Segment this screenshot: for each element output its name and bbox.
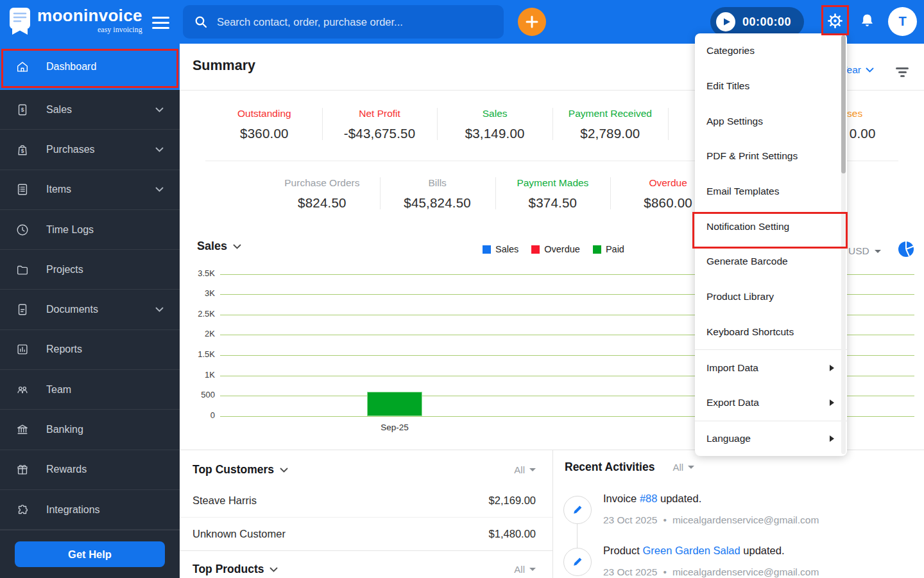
top-customers-panel: Top Customers All Steave Harris $2,169.0… bbox=[180, 450, 553, 578]
sidebar-item-purchases[interactable]: $ Purchases bbox=[0, 130, 180, 170]
add-new-button[interactable] bbox=[518, 8, 546, 36]
global-search[interactable] bbox=[183, 5, 504, 39]
customer-name: Unknown Customer bbox=[193, 528, 286, 540]
sidebar-item-banking[interactable]: Banking bbox=[0, 410, 180, 450]
sidebar-item-documents[interactable]: Documents bbox=[0, 290, 180, 329]
menu-item-edit-titles[interactable]: Edit Titles bbox=[695, 69, 847, 104]
customer-row[interactable]: Unknown Customer $1,480.00 bbox=[180, 517, 552, 550]
menu-scrollbar-thumb[interactable] bbox=[841, 35, 846, 173]
bar-chart-icon bbox=[15, 342, 30, 356]
settings-dropdown-menu: Categories Edit Titles App Settings PDF … bbox=[695, 33, 847, 456]
stat-label: Payment Mades bbox=[495, 177, 611, 189]
top-customers-title[interactable]: Top Customers bbox=[193, 463, 288, 477]
menu-item-import-data[interactable]: Import Data bbox=[695, 350, 847, 385]
sidebar-item-reports[interactable]: Reports bbox=[0, 330, 180, 370]
settings-gear-icon[interactable] bbox=[826, 12, 844, 30]
chevron-down-icon bbox=[155, 187, 164, 192]
stat-bills: Bills $45,824.50 bbox=[380, 172, 495, 211]
filter-icon[interactable] bbox=[896, 67, 909, 79]
home-icon bbox=[15, 60, 30, 74]
sidebar-item-label: Projects bbox=[46, 264, 83, 276]
sidebar-item-time-logs[interactable]: Time Logs bbox=[0, 210, 180, 250]
menu-item-email-templates[interactable]: Email Templates bbox=[695, 174, 847, 209]
stat-purchase-orders: Purchase Orders $824.50 bbox=[264, 172, 380, 211]
chevron-down-icon bbox=[280, 468, 288, 473]
recent-activities-panel: Recent Activities All Invoice #88 update… bbox=[553, 450, 924, 578]
stat-outstanding: Outstanding $360.00 bbox=[207, 103, 322, 141]
menu-item-product-library[interactable]: Product Library bbox=[695, 279, 847, 315]
sidebar-item-integrations[interactable]: Integrations bbox=[0, 490, 180, 530]
sidebar-item-label: Dashboard bbox=[46, 61, 96, 73]
menu-item-app-settings[interactable]: App Settings bbox=[695, 103, 847, 139]
stat-value: $3,149.00 bbox=[437, 126, 552, 141]
get-help-button[interactable]: Get Help bbox=[15, 541, 165, 567]
legend-label: Overdue bbox=[544, 244, 580, 254]
y-axis-tick: 2.5K bbox=[180, 309, 215, 319]
mooninvoice-logo-icon bbox=[9, 7, 31, 35]
legend-label: Paid bbox=[606, 244, 624, 254]
hamburger-menu-icon[interactable] bbox=[152, 17, 169, 32]
triangle-down-icon bbox=[875, 250, 881, 253]
activity-edit-icon[interactable] bbox=[563, 496, 592, 524]
menu-item-pdf-print-settings[interactable]: PDF & Print Settings bbox=[695, 139, 847, 174]
sidebar-item-dashboard[interactable]: Dashboard bbox=[0, 44, 180, 90]
stat-label: Purchase Orders bbox=[264, 177, 380, 189]
top-products-filter[interactable]: All bbox=[514, 564, 536, 575]
puzzle-icon bbox=[15, 503, 30, 517]
play-icon[interactable] bbox=[716, 12, 735, 31]
page-title: Summary bbox=[193, 58, 255, 74]
activity-email: micealgardenservice@gmail.com bbox=[672, 514, 819, 526]
shopping-bag-icon: $ bbox=[15, 143, 30, 157]
activity-meta: 23 Oct 2025 • micealgardenservice@gmail.… bbox=[603, 566, 819, 578]
sidebar-item-label: Items bbox=[46, 184, 71, 195]
notifications-bell-icon[interactable] bbox=[859, 12, 876, 30]
menu-item-notification-setting[interactable]: Notification Setting bbox=[695, 209, 847, 244]
chevron-down-icon bbox=[155, 307, 164, 312]
recent-activities-filter[interactable]: All bbox=[672, 462, 694, 473]
sidebar-item-label: Team bbox=[46, 384, 71, 396]
triangle-down-icon bbox=[688, 466, 694, 469]
stat-value: $824.50 bbox=[264, 195, 380, 211]
sales-chart-title[interactable]: Sales bbox=[197, 240, 241, 253]
legend-sales: Sales bbox=[483, 244, 518, 254]
sidebar-item-rewards[interactable]: Rewards bbox=[0, 450, 180, 490]
stat-value: $374.50 bbox=[495, 195, 611, 211]
triangle-down-icon bbox=[529, 568, 536, 571]
activity-link[interactable]: Green Garden Salad bbox=[642, 545, 740, 556]
time-tracker[interactable]: 00:00:00 bbox=[710, 7, 804, 37]
stat-sales: Sales $3,149.00 bbox=[437, 103, 552, 141]
menu-item-generate-barcode[interactable]: Generate Barcode bbox=[695, 244, 847, 279]
legend-paid: Paid bbox=[593, 244, 624, 254]
user-avatar[interactable]: T bbox=[888, 7, 917, 36]
pencil-icon bbox=[572, 504, 583, 516]
customer-row[interactable]: Steave Harris $2,169.00 bbox=[180, 484, 552, 517]
sidebar-item-projects[interactable]: Projects bbox=[0, 250, 180, 290]
y-axis-tick: 2K bbox=[180, 329, 215, 338]
menu-item-categories[interactable]: Categories bbox=[695, 33, 847, 69]
menu-item-export-data[interactable]: Export Data bbox=[695, 385, 847, 421]
activity-edit-icon[interactable] bbox=[563, 548, 592, 576]
customer-name: Steave Harris bbox=[193, 495, 257, 507]
pie-chart-toggle-icon[interactable] bbox=[898, 241, 914, 258]
menu-item-keyboard-shortcuts[interactable]: Keyboard Shortcuts bbox=[695, 315, 847, 350]
sidebar-item-team[interactable]: Team bbox=[0, 370, 180, 410]
customer-amount: $1,480.00 bbox=[489, 528, 536, 540]
search-input[interactable] bbox=[216, 15, 492, 29]
sidebar-item-label: Banking bbox=[46, 424, 83, 435]
stat-net-profit: Net Profit -$43,675.50 bbox=[322, 103, 438, 141]
menu-item-language[interactable]: Language bbox=[695, 421, 847, 457]
sidebar-item-label: Reports bbox=[46, 344, 82, 355]
sidebar-item-items[interactable]: Items bbox=[0, 170, 180, 210]
sales-invoice-icon: $ bbox=[15, 103, 30, 117]
activity-date: 23 Oct 2025 bbox=[603, 514, 657, 526]
stat-value: 0.00 bbox=[850, 126, 876, 141]
team-people-icon bbox=[15, 383, 30, 397]
top-products-title[interactable]: Top Products bbox=[193, 563, 278, 576]
chevron-down-icon bbox=[155, 107, 164, 112]
top-customers-filter[interactable]: All bbox=[514, 464, 536, 475]
sidebar-item-label: Sales bbox=[46, 104, 72, 116]
activity-link[interactable]: #88 bbox=[640, 493, 658, 504]
sidebar-item-sales[interactable]: $ Sales bbox=[0, 90, 180, 130]
currency-selector[interactable]: USD bbox=[848, 245, 881, 257]
paid-bar-sep-25[interactable] bbox=[367, 392, 422, 416]
